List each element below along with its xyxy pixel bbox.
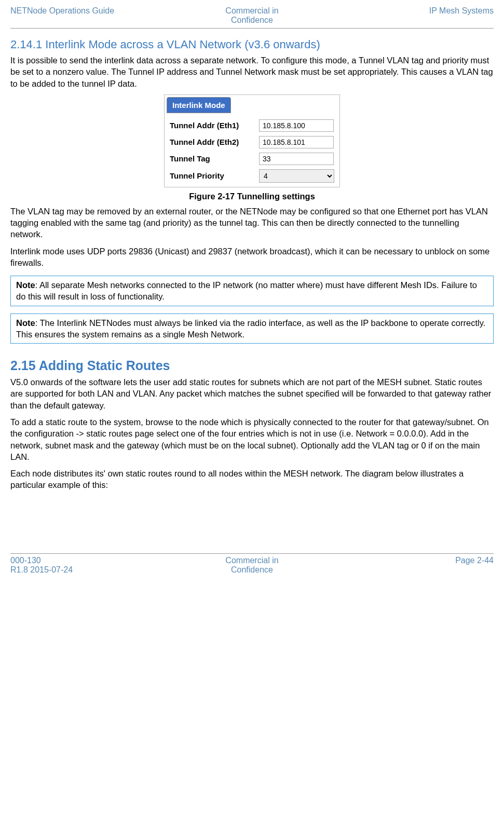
body-paragraph: Each node distributes its' own static ro… [10,468,494,491]
note-box: Note: The Interlink NETNodes must always… [10,314,494,344]
subsection-heading: 2.14.1 Interlink Mode across a VLAN Netw… [10,38,494,51]
body-paragraph: To add a static route to the system, bro… [10,416,494,462]
figure-panel: Interlink Mode Tunnel Addr (Eth1) Tunnel… [164,94,340,187]
body-paragraph: It is possible to send the interlink dat… [10,55,494,89]
field-label: Tunnel Addr (Eth2) [167,134,256,151]
tunnel-addr-eth2-input[interactable] [259,136,334,148]
page-header: NETNode Operations Guide Commercial inCo… [10,6,494,29]
tunnel-priority-select[interactable]: 4 [259,169,334,183]
note-label: Note [16,280,35,290]
note-text: : All separate Mesh networks connected t… [16,280,477,301]
footer-left: 000-130R1.8 2015-07-24 [10,556,171,575]
note-box: Note: All separate Mesh networks connect… [10,276,494,306]
body-paragraph: The VLAN tag may be removed by an extern… [10,206,494,240]
tunnel-tag-input[interactable] [259,153,334,165]
header-right: IP Mesh Systems [333,6,494,25]
field-label: Tunnel Priority [167,167,256,185]
footer-center: Commercial inConfidence [171,556,332,575]
header-center: Commercial inConfidence [171,6,332,25]
field-label: Tunnel Addr (Eth1) [167,117,256,134]
figure-wrapper: Interlink Mode Tunnel Addr (Eth1) Tunnel… [10,94,494,187]
panel-title: Interlink Mode [167,97,231,113]
figure-caption: Figure 2-17 Tunnelling settings [10,192,494,201]
note-text: : The Interlink NETNodes must always be … [16,318,485,339]
body-paragraph: V5.0 onwards of the software lets the us… [10,376,494,411]
tunnel-addr-eth1-input[interactable] [259,119,334,132]
header-left: NETNode Operations Guide [10,6,171,25]
field-label: Tunnel Tag [167,151,256,167]
footer-right: Page 2-44 [333,556,494,575]
note-label: Note [16,318,35,328]
body-paragraph: Interlink mode uses UDP ports 29836 (Uni… [10,246,494,269]
page-footer: 000-130R1.8 2015-07-24 Commercial inConf… [10,553,494,575]
section-heading: 2.15 Adding Static Routes [10,358,494,373]
